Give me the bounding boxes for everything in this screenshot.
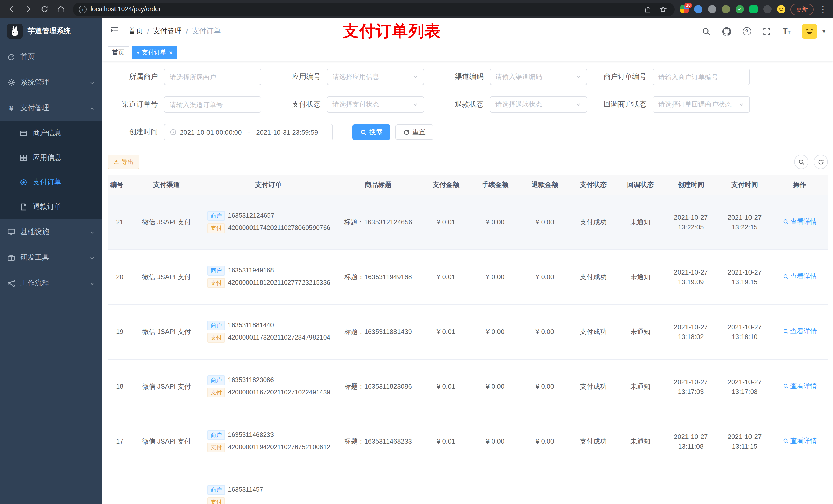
tab-home[interactable]: 首页 [108, 46, 129, 59]
extension-icon-8[interactable] [777, 5, 786, 14]
channel-transaction-no: 42000001194202110276752100612 [228, 442, 330, 452]
order-table: 编号 支付渠道 支付订单 商品标题 支付金额 手续金额 退款金额 支付状态 回调… [108, 175, 828, 504]
breadcrumb-home[interactable]: 首页 [128, 27, 143, 36]
column-header-action: 操作 [771, 175, 828, 195]
back-icon[interactable] [5, 3, 19, 16]
fullscreen-icon[interactable] [762, 27, 771, 36]
pay-status-select[interactable]: 请选择支付状态 [327, 96, 424, 113]
cell-pay-time [718, 469, 771, 504]
toggle-search-button[interactable] [794, 155, 808, 169]
view-detail-link[interactable]: 查看详情 [783, 436, 817, 446]
home-icon[interactable] [54, 3, 68, 16]
table-row[interactable]: 17 微信 JSAPI 支付 商户1635311468233 支付4200000… [108, 414, 828, 469]
extension-icon-1[interactable]: 10 [680, 5, 689, 14]
cell-pay-status: 支付成功 [570, 195, 617, 249]
help-icon[interactable]: ? [743, 27, 751, 35]
column-header-id: 编号 [108, 175, 130, 195]
channel-code-select[interactable]: 请输入渠道编码 [490, 69, 587, 85]
channel-order-no-input[interactable] [164, 96, 261, 113]
github-icon[interactable] [722, 27, 731, 36]
extension-icon-2[interactable] [694, 5, 703, 14]
search-icon [783, 438, 789, 444]
view-detail-link[interactable]: 查看详情 [783, 381, 817, 391]
search-icon[interactable] [701, 27, 711, 36]
cell-create-time: 2021-10-27 13:11:08 [664, 414, 718, 469]
view-detail-link[interactable]: 查看详情 [783, 272, 817, 282]
table-row[interactable]: 19 微信 JSAPI 支付 商户1635311881440 支付4200000… [108, 304, 828, 359]
view-detail-link[interactable]: 查看详情 [783, 327, 817, 336]
refund-status-select[interactable]: 请选择退款状态 [490, 96, 587, 113]
search-icon [783, 328, 789, 334]
close-icon[interactable]: × [169, 49, 173, 55]
filter-label-create-time: 创建时间 [108, 127, 164, 137]
table-row[interactable]: 20 微信 JSAPI 支付 商户1635311949168 支付4200000… [108, 249, 828, 304]
sidebar-item-infrastructure[interactable]: 基础设施 [0, 219, 102, 245]
search-icon [783, 219, 789, 225]
extensions-area: 10 ✓ 更新 ⋮ [680, 3, 828, 15]
filter-label-merchant-order-no: 商户订单编号 [596, 72, 653, 81]
table-row[interactable]: 18 微信 JSAPI 支付 商户1635311823086 支付4200000… [108, 359, 828, 414]
view-detail-link[interactable]: 查看详情 [783, 217, 817, 226]
sidebar-item-app-info[interactable]: 应用信息 [0, 145, 102, 170]
sidebar-item-home[interactable]: 首页 [0, 44, 102, 70]
extension-icon-3[interactable] [708, 5, 717, 14]
merchant-order-no-input[interactable] [653, 69, 750, 85]
app-logo[interactable]: 芋道管理系统 [0, 19, 102, 44]
url-bar[interactable]: i localhost:1024/pay/order [73, 2, 675, 16]
font-size-icon[interactable]: TT [783, 27, 791, 35]
refresh-table-button[interactable] [813, 155, 828, 169]
cell-title: 标题：1635311823086 [335, 359, 422, 414]
pay-tag: 支付 [208, 442, 225, 452]
app-no-select[interactable]: 请选择应用信息 [327, 69, 424, 85]
notify-status-select[interactable]: 请选择订单回调商户状态 [653, 96, 750, 113]
extension-icon-5[interactable]: ✓ [735, 5, 744, 14]
column-header-notify-status: 回调状态 [617, 175, 664, 195]
cell-pay-amount: ¥ 0.01 [422, 195, 470, 249]
sidebar-item-system[interactable]: 系统管理 [0, 70, 102, 95]
workflow-icon [7, 279, 15, 287]
sidebar-item-merchant-info[interactable]: 商户信息 [0, 121, 102, 145]
column-header-title: 商品标题 [335, 175, 422, 195]
yen-icon: ¥ [7, 104, 15, 112]
avatar[interactable] [802, 24, 817, 39]
search-button[interactable]: 搜索 [353, 124, 390, 140]
create-time-range-input[interactable]: 2021-10-01 00:00:00 - 2021-10-31 23:59:5… [164, 124, 333, 140]
cell-pay-time: 2021-10-27 13:11:15 [718, 414, 771, 469]
sidebar-item-workflow[interactable]: 工作流程 [0, 270, 102, 296]
tab-pay-order[interactable]: ● 支付订单 × [132, 46, 177, 59]
extension-icon-7[interactable] [763, 5, 772, 14]
extension-icon-4[interactable] [721, 5, 731, 14]
extension-icon-6[interactable] [749, 5, 758, 14]
reload-icon[interactable] [38, 3, 51, 16]
site-info-icon[interactable]: i [79, 5, 87, 13]
browser-menu-icon[interactable]: ⋮ [818, 5, 828, 14]
caret-down-icon[interactable]: ▾ [823, 28, 825, 34]
merchant-input[interactable] [164, 69, 261, 85]
cell-id: 20 [108, 249, 130, 304]
cell-refund-amount: ¥ 0.00 [520, 195, 570, 249]
sidebar-item-pay[interactable]: ¥ 支付管理 [0, 95, 102, 121]
reset-button[interactable]: 重置 [396, 124, 433, 140]
sidebar-fold-icon[interactable] [110, 26, 121, 37]
browser-update-button[interactable]: 更新 [790, 3, 813, 15]
channel-transaction-no: 42000001181202110277723215336 [228, 278, 330, 288]
breadcrumb-separator: / [186, 27, 188, 35]
chevron-down-icon [89, 255, 95, 261]
breadcrumb-section[interactable]: 支付管理 [153, 27, 182, 36]
cell-pay-order: 商户1635311881440 支付4200000117320211027284… [203, 304, 335, 359]
top-navbar: 首页 / 支付管理 / 支付订单 支付订单列表 ? TT ▾ [102, 19, 833, 44]
export-button[interactable]: 导出 [108, 155, 139, 169]
cell-channel: 微信 JSAPI 支付 [130, 249, 203, 304]
bookmark-star-icon[interactable] [657, 4, 669, 15]
sidebar-item-dev-tools[interactable]: 研发工具 [0, 245, 102, 270]
share-icon[interactable] [642, 4, 653, 15]
sidebar-item-refund-order[interactable]: 退款订单 [0, 195, 102, 219]
table-row[interactable]: 21 微信 JSAPI 支付 商户1635312124657 支付4200000… [108, 195, 828, 249]
forward-icon[interactable] [22, 3, 35, 16]
cell-id: 17 [108, 414, 130, 469]
sidebar-item-pay-order[interactable]: 支付订单 [0, 170, 102, 195]
pay-tag: 支付 [208, 223, 225, 233]
table-row[interactable]: 商户1635311457 支付 [108, 469, 828, 504]
filter-label-channel-order-no: 渠道订单号 [108, 100, 164, 109]
logo-image [7, 24, 23, 39]
